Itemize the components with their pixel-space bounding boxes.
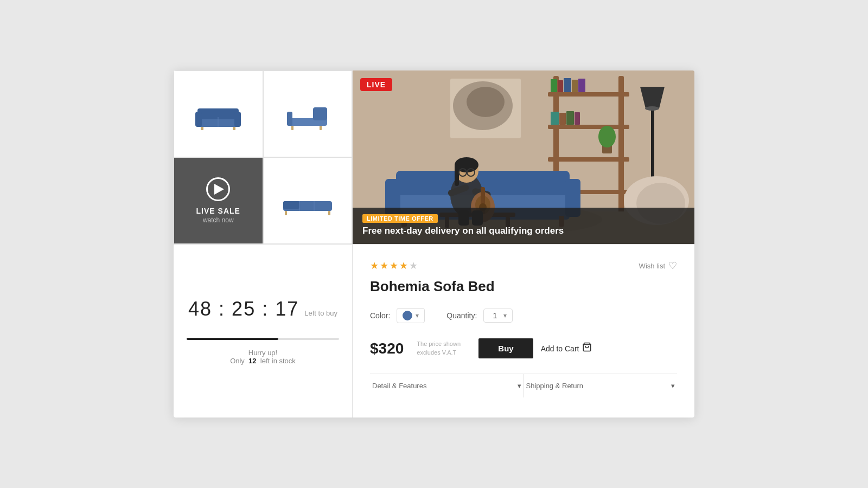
progress-bar <box>187 338 339 340</box>
quantity-label: Quantity: <box>446 311 477 320</box>
shipping-return-accordion[interactable]: Shipping & Return ▾ <box>524 374 678 397</box>
play-icon <box>214 184 224 195</box>
sofa-thumb-1 <box>191 97 245 132</box>
limited-offer-label: LIMITED TIME OFFER <box>362 214 438 223</box>
cart-icon <box>582 342 592 355</box>
countdown-sep1: : <box>219 298 232 320</box>
countdown-minutes: 25 <box>232 298 256 320</box>
svg-rect-13 <box>328 211 330 215</box>
price-value: $320 <box>370 340 404 357</box>
hurry-label: Hurry up! <box>248 349 277 357</box>
hero-banner-text: Free next-day delivery on all qualifying… <box>362 226 685 236</box>
svg-rect-10 <box>313 107 327 120</box>
star-rating: ★ ★ ★ ★ ★ <box>370 260 418 272</box>
svg-rect-33 <box>551 112 559 125</box>
thumbnail-grid: LIVE SALE watch now <box>174 70 353 244</box>
bottom-section: 48 : 25 : 17 Left to buy Hurry up! Only … <box>174 244 694 418</box>
svg-rect-25 <box>548 125 629 129</box>
star-5-empty: ★ <box>409 260 418 272</box>
product-top-row: ★ ★ ★ ★ ★ Wish list ♡ <box>370 260 677 272</box>
countdown-display: 48 : 25 : 17 <box>188 298 299 320</box>
svg-rect-15 <box>283 201 299 209</box>
countdown-panel: 48 : 25 : 17 Left to buy Hurry up! Only … <box>174 245 353 418</box>
svg-rect-30 <box>564 78 571 92</box>
quantity-value: 1 <box>489 311 500 320</box>
accordion-row: Detail & Features ▾ Shipping & Return ▾ <box>370 374 677 397</box>
shipping-return-chevron-icon: ▾ <box>671 382 675 390</box>
svg-point-42 <box>645 106 659 111</box>
heart-icon: ♡ <box>668 260 677 272</box>
stock-count: 12 <box>248 357 256 365</box>
svg-rect-29 <box>558 80 563 92</box>
quantity-selector[interactable]: 1 ▾ <box>483 309 513 323</box>
wishlist-label: Wish list <box>639 262 665 270</box>
star-2: ★ <box>380 260 388 272</box>
thumbnail-2[interactable] <box>263 70 353 157</box>
add-to-cart-button[interactable]: Add to Cart <box>541 342 592 355</box>
product-page: LIVE SALE watch now <box>174 70 694 418</box>
star-1: ★ <box>370 260 379 272</box>
svg-rect-34 <box>559 113 566 125</box>
svg-rect-36 <box>575 112 580 125</box>
color-label: Color: <box>370 311 390 320</box>
shipping-return-label: Shipping & Return <box>526 382 584 390</box>
color-dot <box>403 311 412 320</box>
product-title: Bohemia Sofa Bed <box>370 278 677 295</box>
countdown-seconds: 17 <box>275 298 299 320</box>
svg-rect-32 <box>578 79 585 92</box>
color-chevron-icon: ▾ <box>416 312 419 319</box>
countdown-row: 48 : 25 : 17 Left to buy <box>188 298 337 325</box>
play-button[interactable] <box>206 177 230 201</box>
countdown-sep2: : <box>262 298 275 320</box>
thumbnail-1[interactable] <box>174 70 263 157</box>
svg-rect-12 <box>285 211 287 215</box>
svg-point-38 <box>598 126 616 147</box>
quantity-chevron-icon: ▾ <box>503 312 507 319</box>
star-4: ★ <box>399 260 408 272</box>
only-label: Only <box>230 357 245 365</box>
thumbnail-4[interactable] <box>263 157 353 244</box>
detail-features-chevron-icon: ▾ <box>518 382 521 390</box>
svg-rect-35 <box>566 111 574 125</box>
buy-button[interactable]: Buy <box>478 338 533 358</box>
svg-rect-11 <box>287 112 292 126</box>
left-to-buy-label: Left to buy <box>304 309 337 317</box>
sofa-thumb-4 <box>280 183 335 219</box>
live-sale-title: LIVE SALE <box>196 207 240 215</box>
vat-note: The price shown excludes V.A.T <box>417 340 465 357</box>
detail-features-accordion[interactable]: Detail & Features ▾ <box>370 374 524 397</box>
product-panel: ★ ★ ★ ★ ★ Wish list ♡ Bohemia Sofa Bed C… <box>353 245 694 418</box>
watch-now-label: watch now <box>203 216 234 224</box>
svg-rect-60 <box>455 164 459 186</box>
star-3: ★ <box>390 260 398 272</box>
detail-features-label: Detail & Features <box>372 382 426 390</box>
countdown-hours: 48 <box>188 298 212 320</box>
hero-banner: LIMITED TIME OFFER Free next-day deliver… <box>353 208 694 244</box>
hurry-text: Hurry up! Only 12 left in stock <box>230 349 296 365</box>
price-row: $320 The price shown excludes V.A.T Buy … <box>370 338 677 358</box>
top-section: LIVE SALE watch now <box>174 70 694 244</box>
action-buttons: Buy Add to Cart <box>478 338 592 358</box>
add-to-cart-label: Add to Cart <box>541 344 579 353</box>
svg-rect-31 <box>572 80 578 92</box>
svg-rect-28 <box>551 79 557 92</box>
progress-bar-fill <box>187 338 278 340</box>
quantity-option: Quantity: 1 ▾ <box>446 309 513 323</box>
live-badge: LIVE <box>360 78 392 91</box>
svg-rect-26 <box>548 157 629 162</box>
color-option: Color: ▾ <box>370 308 425 323</box>
svg-point-21 <box>467 87 505 117</box>
color-selector[interactable]: ▾ <box>397 308 425 323</box>
svg-rect-4 <box>195 112 202 127</box>
svg-rect-5 <box>234 112 241 127</box>
live-sale-thumbnail[interactable]: LIVE SALE watch now <box>174 157 263 244</box>
sofa-thumb-2 <box>280 97 335 132</box>
hero-image: LIVE <box>353 70 694 244</box>
wishlist-button[interactable]: Wish list ♡ <box>639 260 677 272</box>
svg-rect-24 <box>548 92 629 97</box>
options-row: Color: ▾ Quantity: 1 ▾ <box>370 308 677 323</box>
svg-rect-23 <box>618 76 624 217</box>
stock-suffix: left in stock <box>260 357 296 365</box>
